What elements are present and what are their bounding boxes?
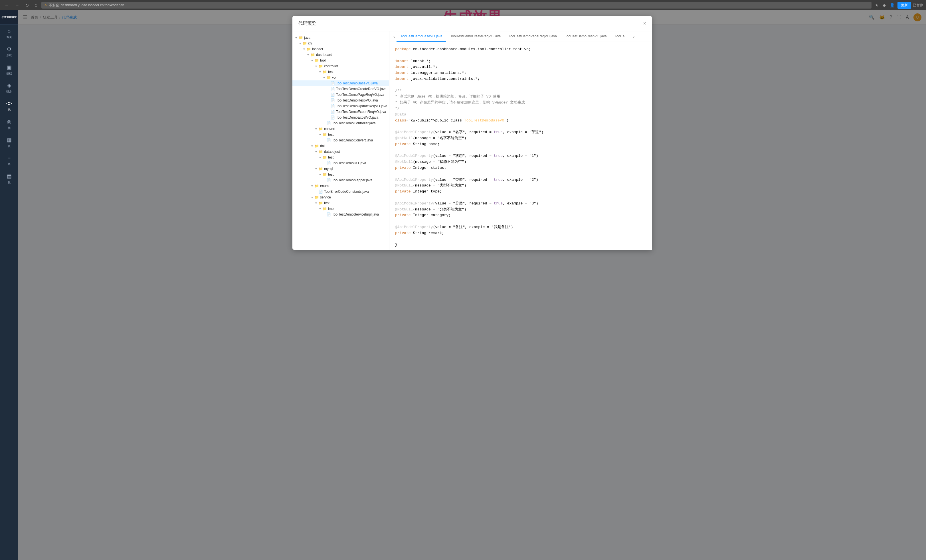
sidebar-item-dev[interactable]: ◈ 研发: [0, 79, 18, 97]
folder-icon: 📁: [323, 207, 327, 211]
already-stopped[interactable]: 已暂停: [913, 3, 923, 8]
code-tabs: ‹ ToolTestDemoBaseVO.javaToolTestDemoCre…: [389, 32, 652, 42]
tab-next-button[interactable]: ›: [631, 34, 636, 39]
tree-node[interactable]: ▼📁dal: [292, 143, 389, 149]
tree-node[interactable]: ▼📁test: [292, 200, 389, 206]
tree-node[interactable]: ▼📁vo: [292, 75, 389, 80]
url-text: dashboard.yudao.iocoder.cn/tool/codegen: [61, 3, 124, 7]
code-line: @NotNull(message = "名字不能为空"): [395, 136, 646, 142]
tab-prev-button[interactable]: ‹: [392, 34, 396, 39]
tree-node[interactable]: 📄ToolTestDemoConvert.java: [292, 137, 389, 143]
code-line: [395, 53, 646, 59]
sidebar-logo[interactable]: 芋道管理系统: [0, 10, 18, 24]
folder-icon: 📁: [299, 36, 303, 40]
forward-button[interactable]: →: [13, 2, 21, 8]
tree-node[interactable]: ▼📁convert: [292, 126, 389, 132]
tree-node[interactable]: 📄ToolTestDemoCreateReqVO.java: [292, 86, 389, 92]
tree-node[interactable]: 📄ToolTestDemoPageReqVO.java: [292, 92, 389, 98]
tree-arrow-icon: ▼: [315, 65, 319, 68]
insecure-icon: ⚠: [44, 3, 47, 7]
sidebar-item-home-label: 首页: [6, 35, 12, 39]
tree-arrow-icon: ▼: [311, 184, 315, 188]
folder-icon: 📁: [319, 64, 323, 68]
folder-icon: 📁: [315, 184, 319, 188]
folder-icon: 📁: [315, 195, 319, 199]
sidebar-item-data[interactable]: ▤ 数: [0, 170, 18, 188]
back-button[interactable]: ←: [3, 2, 11, 8]
tree-node[interactable]: ▼📁test: [292, 132, 389, 137]
tree-arrow-icon: ▼: [319, 156, 323, 159]
sidebar-item-table[interactable]: ▦ 表: [0, 133, 18, 152]
browser-actions: ★ ◆ 👤 更新 已暂停: [874, 2, 923, 9]
sidebar-item-config[interactable]: ≡ 系: [0, 152, 18, 170]
tree-label: ToolTestDemoCreateReqVO.java: [336, 87, 387, 91]
code-line: }: [395, 242, 646, 248]
sidebar-item-code[interactable]: <> 代: [0, 97, 18, 115]
code-line: [395, 236, 646, 242]
tree-arrow-icon: ▼: [311, 59, 315, 62]
tree-node[interactable]: 📄ToolTestDemoUpdateReqVO.java: [292, 103, 389, 109]
extension-icon[interactable]: ◆: [882, 2, 887, 8]
code-line: package cn.iocoder.dashboard.modules.too…: [395, 47, 646, 53]
tree-node[interactable]: ▼📁enums: [292, 183, 389, 189]
tree-node[interactable]: ▼📁test: [292, 154, 389, 160]
code-line: private String remark;: [395, 230, 646, 236]
modal-close-button[interactable]: ×: [643, 21, 646, 27]
tree-node[interactable]: ▼📁dataobject: [292, 149, 389, 154]
code-line: private String name;: [395, 142, 646, 147]
tree-node[interactable]: ▼📁service: [292, 195, 389, 200]
tree-node[interactable]: 📄ToolTestDemoExportReqVO.java: [292, 109, 389, 115]
tree-node[interactable]: ▼📁iocoder: [292, 46, 389, 52]
tree-node[interactable]: ▼📁tool: [292, 57, 389, 63]
tree-node[interactable]: 📄ToolTestDemoDO.java: [292, 160, 389, 166]
address-bar[interactable]: ⚠ 不安全 dashboard.yudao.iocoder.cn/tool/co…: [41, 2, 872, 9]
sidebar-item-system[interactable]: ⚙ 系统: [0, 42, 18, 61]
sidebar-item-monitor[interactable]: ◎ 代: [0, 115, 18, 133]
tree-node[interactable]: 📄ToolTestDemoController.java: [292, 120, 389, 126]
home-button[interactable]: ⌂: [33, 2, 39, 8]
sidebar-item-basic[interactable]: ▣ 基础: [0, 61, 18, 79]
code-line: @NotNull(message = "状态不能为空"): [395, 159, 646, 165]
code-line: private Integer status;: [395, 165, 646, 171]
tree-label: dashboard: [316, 53, 332, 57]
refresh-button[interactable]: ↻: [23, 2, 30, 9]
folder-icon: 📁: [323, 70, 327, 74]
tree-label: ToolTestDemoUpdateReqVO.java: [336, 104, 387, 108]
system-icon: ⚙: [7, 46, 11, 52]
tree-node[interactable]: ▼📁controller: [292, 63, 389, 69]
tree-node[interactable]: ▼📁dashboard: [292, 52, 389, 57]
tree-node[interactable]: ▼📁impl: [292, 206, 389, 211]
code-line: private Integer type;: [395, 189, 646, 195]
update-button[interactable]: 更新: [897, 2, 911, 9]
tree-node[interactable]: 📄ToolTestDemoMapper.java: [292, 177, 389, 183]
sidebar-item-home[interactable]: ⌂ 首页: [0, 24, 18, 42]
file-icon: 📄: [331, 110, 335, 114]
star-icon[interactable]: ★: [874, 2, 880, 8]
tree-node[interactable]: 📄ToolTestDemoRespVO.java: [292, 98, 389, 103]
file-icon: 📄: [331, 104, 335, 108]
code-tab-4[interactable]: ToolTe...: [611, 32, 632, 42]
tree-node[interactable]: 📄ToolTestDemoExcelVO.java: [292, 115, 389, 120]
tree-label: ToolTestDemoExportReqVO.java: [336, 110, 386, 114]
tree-node[interactable]: ▼📁java: [292, 35, 389, 41]
user-icon[interactable]: 👤: [889, 2, 896, 8]
tree-node[interactable]: ▼📁mysql: [292, 166, 389, 172]
code-tab-2[interactable]: ToolTestDemoPageReqVO.java: [505, 32, 561, 42]
code-tab-1[interactable]: ToolTestDemoCreateReqVO.java: [446, 32, 505, 42]
modal-title: 代码预览: [298, 21, 316, 27]
tree-node[interactable]: 📄ToolTestDemoServiceImpl.java: [292, 211, 389, 217]
insecure-label: 不安全: [49, 3, 59, 8]
tree-arrow-icon: ▼: [315, 150, 319, 153]
tree-node[interactable]: 📄ToolTestDemoBaseVO.java: [292, 80, 389, 86]
tree-node[interactable]: ▼📁test: [292, 172, 389, 177]
folder-icon: 📁: [323, 155, 327, 159]
tree-label: tool: [320, 59, 325, 62]
code-tab-0[interactable]: ToolTestDemoBaseVO.java: [396, 32, 446, 42]
tree-arrow-icon: ▼: [299, 42, 303, 45]
code-content[interactable]: package cn.iocoder.dashboard.modules.too…: [389, 42, 652, 250]
dev-icon: ◈: [7, 82, 11, 89]
tree-node[interactable]: ▼📁cn: [292, 41, 389, 46]
tree-node[interactable]: ▼📁test: [292, 69, 389, 75]
tree-node[interactable]: 📄ToolErrorCodeConstants.java: [292, 189, 389, 195]
code-tab-3[interactable]: ToolTestDemoRespVO.java: [561, 32, 611, 42]
